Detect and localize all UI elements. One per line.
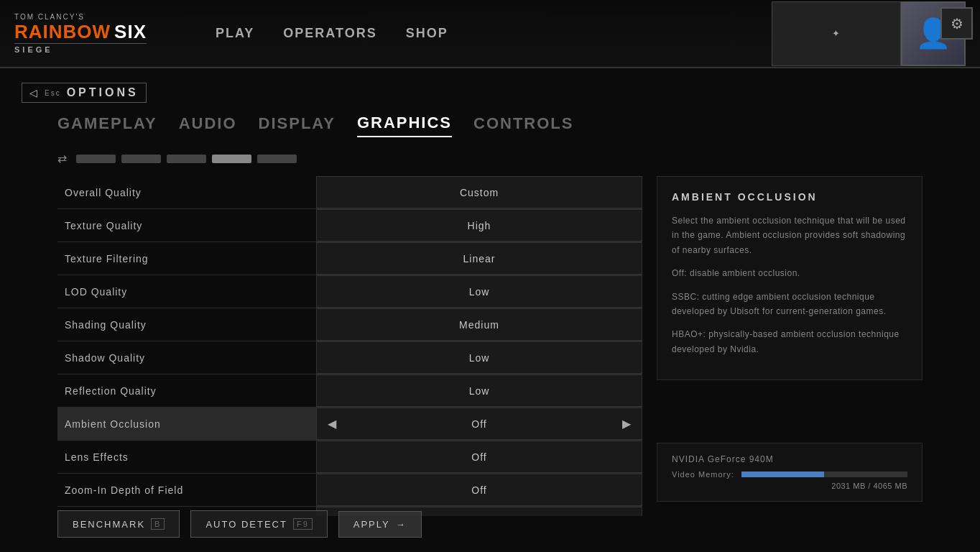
setting-value-shadow-quality[interactable]: Low [316,341,642,374]
sub-tab-2[interactable] [121,155,161,163]
player-area: ✦ 👤 [772,1,966,66]
setting-row-lod-quality: LOD Quality Low [57,275,642,308]
texture-quality-value: High [468,220,491,231]
setting-label-overall-quality: Overall Quality [57,187,316,198]
info-panel-title: AMBIENT OCCLUSION [672,191,907,203]
benchmark-key-hint: B [151,518,165,530]
tab-nav: GAMEPLAY AUDIO DISPLAY GRAPHICS CONTROLS [0,110,980,137]
setting-label-lod-quality: LOD Quality [57,286,316,298]
bottom-buttons: Benchmark B Auto Detect F9 Apply → [57,510,657,538]
info-text-p4: HBAO+: physically-based ambient occlusio… [672,327,907,356]
nav-operators[interactable]: OPERATORS [283,22,376,45]
setting-row-shading-quality: Shading Quality Medium [57,308,642,341]
logo-six: SIX [114,21,147,43]
setting-row-zoom-dof: Zoom-In Depth of Field Off [57,474,642,507]
options-title: OPTIONS [67,86,139,99]
setting-value-texture-filtering[interactable]: Linear [316,242,642,275]
setting-label-zoom-dof: Zoom-In Depth of Field [57,484,316,496]
setting-row-shadow-quality: Shadow Quality Low [57,341,642,374]
logo-siege: SIEGE [14,43,147,54]
setting-value-ambient-occlusion[interactable]: ◀ Off ▶ [316,408,642,440]
info-panel: AMBIENT OCCLUSION Select the ambient occ… [657,176,923,380]
main-nav: PLAY OPERATORS SHOP [216,22,448,45]
ambient-occlusion-prev-button[interactable]: ◀ [328,417,336,431]
main-content: ◁ Esc OPTIONS GAMEPLAY AUDIO DISPLAY GRA… [0,68,980,552]
setting-label-shading-quality: Shading Quality [57,319,316,331]
ambient-occlusion-next-button[interactable]: ▶ [622,417,631,431]
tab-display[interactable]: DISPLAY [259,111,336,137]
player-xp-area: ✦ [772,1,901,66]
settings-list: ▲ ▼ Overall Quality Custom Texture Quali… [57,176,642,516]
setting-value-reflection-quality[interactable]: Low [316,374,642,407]
shadow-quality-value: Low [469,352,490,364]
esc-key-label: Esc [45,89,61,97]
zoom-dof-value: Off [471,484,486,496]
nav-shop[interactable]: SHOP [406,22,448,45]
info-text-p1: Select the ambient occlusion technique t… [672,213,907,257]
info-text-p3: SSBC: cutting edge ambient occlusion tec… [672,290,907,319]
setting-label-ambient-occlusion: Ambient Occlusion [57,418,316,430]
auto-detect-button[interactable]: Auto Detect F9 [190,510,327,538]
back-button[interactable]: ◁ Esc OPTIONS [22,83,147,103]
setting-value-zoom-dof[interactable]: Off [316,474,642,506]
lens-effects-value: Off [471,451,486,463]
info-panel-text: Select the ambient occlusion technique t… [672,213,907,356]
setting-label-texture-filtering: Texture Filtering [57,253,316,264]
settings-button[interactable]: ⚙ [940,7,973,40]
setting-label-reflection-quality: Reflection Quality [57,385,316,397]
logo-rainbow: RAINBOW [14,21,111,43]
apply-label: Apply [353,519,390,530]
tab-controls[interactable]: CONTROLS [473,111,573,137]
setting-row-overall-quality: Overall Quality Custom [57,176,642,209]
vram-bar [741,472,907,477]
info-text-p2: Off: disable ambient occlusion. [672,266,907,280]
setting-label-shadow-quality: Shadow Quality [57,352,316,364]
lod-quality-value: Low [469,286,490,298]
auto-detect-key-hint: F9 [293,518,313,530]
setting-label-lens-effects: Lens Effects [57,451,316,463]
setting-row-ambient-occlusion: Ambient Occlusion ◀ Off ▶ [57,408,642,441]
vram-label: Video Memory: [672,470,734,479]
xp-display: ✦ [832,28,841,39]
gpu-info: NVIDIA GeForce 940M Video Memory: 2031 M… [657,443,923,502]
tab-audio[interactable]: AUDIO [179,111,237,137]
setting-value-lod-quality[interactable]: Low [316,275,642,308]
setting-value-shading-quality[interactable]: Medium [316,308,642,341]
setting-row-reflection-quality: Reflection Quality Low [57,374,642,408]
benchmark-button[interactable]: Benchmark B [57,510,180,538]
texture-filtering-value: Linear [463,253,496,264]
sub-tab-3[interactable] [167,155,206,163]
sub-tabs: ⇄ [0,152,980,165]
gpu-name: NVIDIA GeForce 940M [672,454,907,464]
setting-label-texture-quality: Texture Quality [57,220,316,231]
sub-tab-5[interactable] [257,155,297,163]
overall-quality-value: Custom [460,187,499,198]
gear-icon: ⚙ [951,15,963,32]
vram-row: Video Memory: [672,470,907,479]
setting-row-lens-effects: Lens Effects Off [57,441,642,474]
sub-tab-4[interactable] [212,155,251,163]
setting-value-overall-quality[interactable]: Custom [316,176,642,208]
setting-value-texture-quality[interactable]: High [316,209,642,242]
tab-gameplay[interactable]: GAMEPLAY [57,111,157,137]
logo-area: TOM CLANCY'S RAINBOW SIX SIEGE [0,13,201,54]
tab-graphics[interactable]: GRAPHICS [357,110,452,137]
setting-row-texture-quality: Texture Quality High [57,209,642,242]
auto-detect-label: Auto Detect [205,519,287,530]
ambient-occlusion-value: Off [471,418,486,430]
vram-text: 2031 MB / 4065 MB [672,482,907,490]
setting-value-lens-effects[interactable]: Off [316,441,642,473]
nav-play[interactable]: PLAY [216,22,254,45]
shading-quality-value: Medium [459,319,499,331]
apply-button[interactable]: Apply → [338,511,422,538]
top-bar: TOM CLANCY'S RAINBOW SIX SIEGE PLAY OPER… [0,0,980,68]
reflection-quality-value: Low [469,385,490,397]
benchmark-label: Benchmark [73,519,145,530]
setting-row-texture-filtering: Texture Filtering Linear [57,242,642,275]
sub-tab-1[interactable] [76,155,116,163]
vram-bar-fill [741,472,825,477]
options-header: ◁ Esc OPTIONS [0,68,980,110]
logo-tagline: TOM CLANCY'S [14,13,85,21]
refresh-icon[interactable]: ⇄ [57,152,67,165]
logo: TOM CLANCY'S RAINBOW SIX SIEGE [14,13,147,54]
